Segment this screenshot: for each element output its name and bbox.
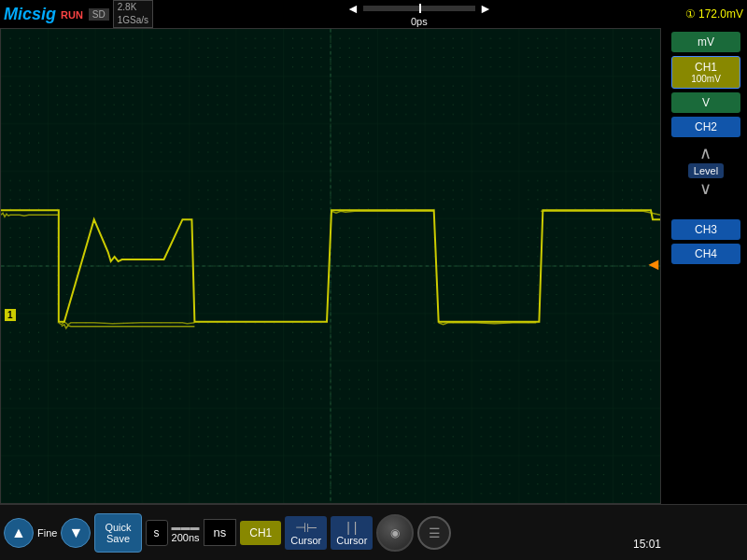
ch1-scale: 100mV [674,74,738,84]
quick-save-line1: Quick [105,522,131,533]
ch4-button[interactable]: CH4 [671,244,740,264]
quick-save-button[interactable]: Quick Save [94,513,141,553]
level-indicator-arrow: ◄ [645,255,660,274]
mv-unit-button[interactable]: mV [671,32,740,52]
level-up-button[interactable]: ∧ [699,145,712,161]
fine-label: Fine [37,527,57,539]
bottom-bar: ▲ Fine ▼ Quick Save s ▬▬▬ 200ns ns CH1 ⊣… [0,504,747,560]
ruler-icon: ▬▬▬ [172,522,200,532]
waveform-display [1,29,660,503]
sample-info: 2.8K 1GSa/s [113,0,153,28]
s-unit-display[interactable]: s [146,520,168,546]
sample-rate-bottom: 1GSa/s [118,14,148,27]
ch1-indicator-button[interactable]: CH1 [240,521,281,545]
timebase-ruler: ▬▬▬ 200ns [172,522,200,543]
ch1-button[interactable]: CH1 100mV [671,56,740,89]
cursor1-icon: ⊣⊢ [295,520,317,535]
timebase-display: 200ns [172,532,200,543]
trigger-info: ① 172.0mV [685,7,743,21]
level-control: ∧ Level ∨ [688,145,724,197]
top-bar: Micsig RUN SD 2.8K 1GSa/s ◄ ► 0ps ① 172.… [0,0,747,28]
ch1-channel-marker: 1 [5,309,16,321]
level-label[interactable]: Level [688,163,724,178]
scope-screen: 1 ◄ [0,28,661,504]
up-arrow-icon: ▲ [11,525,26,541]
cursor2-icon: | | [346,520,357,535]
right-arrow-icon[interactable]: ► [479,1,492,16]
menu-button[interactable]: ☰ [417,516,451,550]
down-button[interactable]: ▼ [61,518,91,548]
right-panel: mV CH1 100mV V CH2 ∧ Level ∨ CH3 CH4 [665,28,747,504]
ch1-label: CH1 [674,61,738,74]
sd-badge: SD [89,8,109,21]
cursor2-label: Cursor [336,535,367,546]
knob-indicator: ◉ [390,526,400,539]
menu-icon: ☰ [429,525,441,540]
quick-save-line2: Save [105,533,131,544]
knob-control[interactable]: ◉ [376,514,414,552]
cursor2-button[interactable]: | | Cursor [331,516,373,550]
cursor1-button[interactable]: ⊣⊢ Cursor [285,516,327,550]
up-button[interactable]: ▲ [4,518,34,548]
level-down-button[interactable]: ∨ [699,180,712,197]
v-unit-button[interactable]: V [671,92,740,113]
logo-text: Micsig RUN [4,5,83,24]
ns-unit-display[interactable]: ns [204,519,237,546]
timebase-area: ◄ ► 0ps [161,1,678,27]
clock-display: 15:01 [633,538,661,551]
sample-rate-top: 2.8K [118,1,148,14]
left-arrow-icon[interactable]: ◄ [346,1,359,16]
down-arrow-icon: ▼ [68,525,83,541]
ch3-button[interactable]: CH3 [671,219,740,240]
cursor1-label: Cursor [290,535,321,546]
timebase-value: 0ps [411,16,428,27]
run-status: RUN [61,9,83,21]
ch2-button[interactable]: CH2 [671,117,740,137]
